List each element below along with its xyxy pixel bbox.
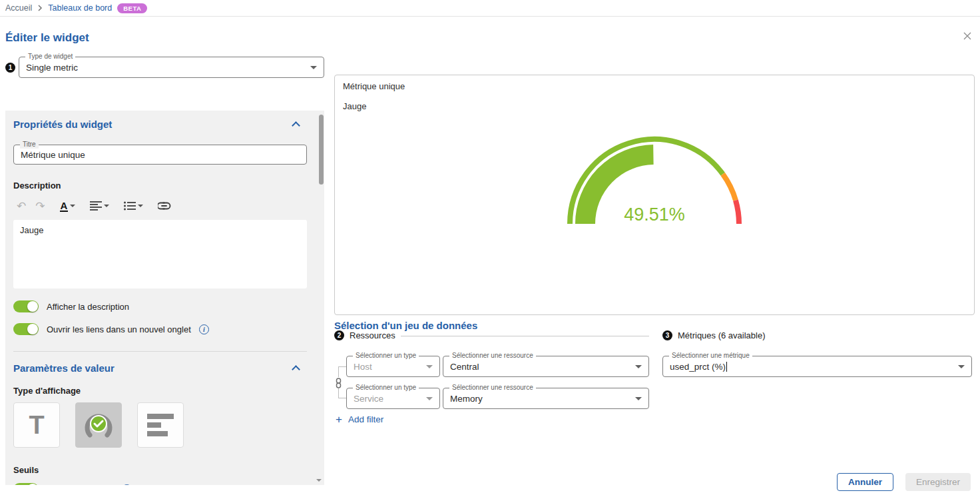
scroll-more-icon [316, 479, 322, 482]
text-cursor [726, 362, 727, 372]
metric-select-value: used_prct (%) [670, 362, 726, 372]
align-button[interactable] [87, 200, 113, 212]
resource-type-value: Host [354, 362, 372, 372]
widget-type-value: Single metric [26, 63, 78, 73]
show-thresholds-label: Afficher les seuils [47, 484, 114, 486]
resource-select-2[interactable]: Sélectionner une ressource Memory [443, 388, 649, 409]
chain-link-icon [334, 377, 343, 388]
dataset-section-title: Sélection d'un jeu de données [334, 320, 477, 331]
link-icon [158, 202, 171, 210]
resource-row: Sélectionner un type Host Sélectionner u… [346, 356, 649, 377]
resource-type-select-2[interactable]: Sélectionner un type Service [346, 388, 440, 409]
breadcrumb-home-link[interactable]: Accueil [5, 3, 32, 13]
resources-header: 2 Ressources [334, 330, 649, 340]
list-button[interactable] [121, 200, 146, 212]
bar-chart-icon [147, 414, 174, 436]
modal-footer: Annuler Enregistrer [837, 473, 971, 491]
gauge-chart: 49.51% [343, 130, 966, 230]
collapse-value-params-icon[interactable] [292, 365, 300, 374]
resource-label: Sélectionner une ressource [449, 384, 536, 392]
resource-label: Sélectionner une ressource [449, 352, 536, 360]
metrics-header: 3 Métriques (6 available) [662, 330, 766, 340]
collapse-properties-icon[interactable] [292, 121, 300, 130]
divider [401, 336, 649, 336]
metric-select[interactable]: Sélectionner une métrique used_prct (%) [662, 356, 972, 377]
chevron-down-icon [958, 365, 965, 368]
info-icon[interactable]: i [199, 324, 209, 334]
resource-type-label: Sélectionner un type [353, 384, 419, 392]
chevron-down-icon [70, 205, 75, 207]
undo-icon[interactable]: ↶ [13, 199, 29, 213]
preview-title: Métrique unique [343, 81, 966, 91]
properties-section-title: Propriétés du widget [13, 119, 112, 130]
show-description-toggle[interactable] [13, 300, 39, 312]
display-type-text-button[interactable]: T [13, 402, 60, 448]
preview-description: Jauge [343, 101, 966, 111]
widget-type-label: Type de widget [25, 53, 75, 61]
align-left-icon [90, 201, 102, 211]
widget-type-select[interactable]: Type de widget Single metric [19, 57, 324, 78]
breadcrumb: Accueil Tableaux de bord BETA [0, 0, 980, 17]
panel-scrollbar[interactable] [319, 112, 324, 484]
step-1-badge: 1 [5, 63, 15, 73]
add-filter-label: Add filter [348, 414, 383, 424]
bullet-list-icon [124, 201, 136, 211]
resource-type-value: Service [354, 394, 383, 404]
edit-widget-modal: Éditer le widget 1 Type de widget Single… [0, 17, 980, 495]
title-input[interactable]: Titre Métrique unique [13, 145, 307, 165]
widget-settings-panel: Propriétés du widget Titre Métrique uniq… [5, 111, 324, 485]
resource-row: Sélectionner un type Service Sélectionne… [346, 388, 649, 409]
redo-icon[interactable]: ↷ [32, 199, 48, 213]
chevron-down-icon [635, 397, 642, 400]
step-2-badge: 2 [334, 330, 344, 340]
show-description-label: Afficher la description [47, 302, 129, 312]
chevron-down-icon [138, 205, 143, 207]
resource-type-select-1[interactable]: Sélectionner un type Host [346, 356, 440, 377]
display-type-label: Type d'affichage [13, 386, 316, 396]
step-3-badge: 3 [662, 330, 672, 340]
resource-type-label: Sélectionner un type [353, 352, 419, 360]
chevron-down-icon [426, 397, 433, 400]
metric-select-label: Sélectionner une métrique [669, 352, 752, 360]
gauge-icon [83, 411, 114, 439]
title-input-value: Métrique unique [21, 150, 85, 160]
divider [13, 351, 307, 352]
cancel-button[interactable]: Annuler [837, 473, 893, 491]
chevron-down-icon [426, 365, 433, 368]
widget-preview-panel: Métrique unique Jauge 49.51% [334, 75, 975, 315]
gauge-value: 49.51% [624, 205, 685, 225]
resource-select-1[interactable]: Sélectionner une ressource Central [443, 356, 649, 377]
description-textarea[interactable]: Jauge [13, 220, 307, 288]
show-thresholds-toggle[interactable] [13, 483, 39, 485]
open-links-toggle[interactable] [13, 323, 39, 335]
widget-type-section: 1 Type de widget Single metric [5, 57, 324, 79]
breadcrumb-current-link[interactable]: Tableaux de bord [48, 3, 112, 13]
link-button[interactable] [154, 201, 174, 211]
description-label: Description [13, 181, 316, 191]
chevron-down-icon [310, 66, 317, 69]
chevron-down-icon [635, 365, 642, 368]
add-filter-button[interactable]: + Add filter [336, 414, 383, 425]
resource-value: Central [450, 362, 479, 372]
chevron-down-icon [104, 205, 109, 207]
value-params-section-title: Paramètres de valeur [13, 362, 115, 374]
text-icon: T [29, 412, 44, 438]
close-icon[interactable] [961, 30, 973, 42]
resources-label: Ressources [350, 330, 395, 340]
thresholds-label: Seuils [13, 465, 316, 475]
display-type-gauge-button[interactable] [75, 402, 122, 448]
breadcrumb-separator-icon [37, 5, 43, 11]
save-button[interactable]: Enregistrer [905, 473, 971, 491]
metrics-label: Métriques (6 available) [678, 330, 766, 340]
page-title: Éditer le widget [5, 31, 975, 45]
title-input-label: Titre [20, 141, 39, 149]
info-icon[interactable]: i [122, 484, 132, 486]
text-color-button[interactable]: A [57, 199, 79, 213]
open-links-label: Ouvrir les liens dans un nouvel onglet [47, 324, 191, 334]
display-type-options: T [13, 402, 316, 448]
beta-badge: BETA [117, 3, 147, 13]
resource-value: Memory [450, 394, 483, 404]
richtext-toolbar: ↶ ↷ A [13, 197, 316, 215]
plus-icon: + [336, 414, 342, 425]
display-type-bars-button[interactable] [137, 402, 184, 448]
